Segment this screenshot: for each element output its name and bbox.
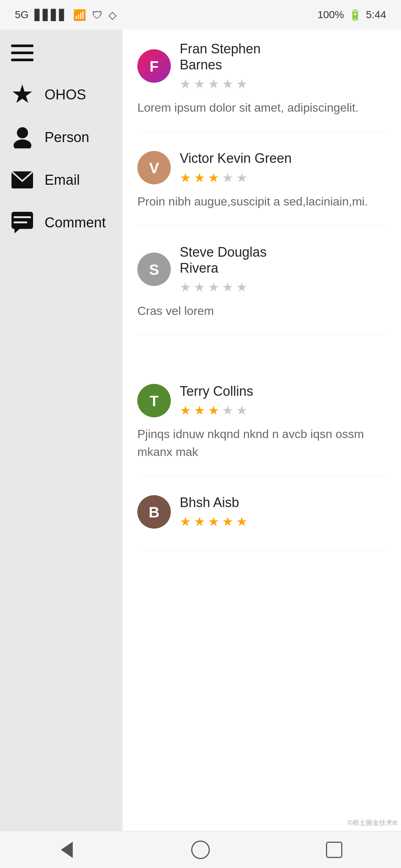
reviewer-name-1: Fran StephenBarnes bbox=[180, 41, 386, 73]
review-header-1: F Fran StephenBarnes ★ ★ ★ ★ ★ bbox=[137, 41, 386, 91]
review-header-5: B Bhsh Aisb ★ ★ ★ ★ ★ bbox=[137, 494, 386, 529]
stars-2: ★ ★ ★ ★ ★ bbox=[180, 170, 386, 185]
reviewer-info-1: Fran StephenBarnes ★ ★ ★ ★ ★ bbox=[180, 41, 386, 91]
shield-icon: 🛡 bbox=[92, 9, 102, 21]
svg-rect-5 bbox=[14, 221, 27, 223]
svg-point-0 bbox=[17, 127, 28, 138]
star-4-1: ★ bbox=[180, 403, 191, 418]
svg-text:S: S bbox=[149, 262, 159, 278]
star-1-2: ★ bbox=[194, 76, 205, 91]
main-layout: OHOS Person Email bbox=[0, 30, 401, 868]
review-card-4: T Terry Collins ★ ★ ★ ★ ★ Pjinqs idnuw n… bbox=[137, 383, 386, 476]
review-card-2: V Victor Kevin Green ★ ★ ★ ★ ★ Proin nib… bbox=[137, 150, 386, 225]
recent-icon bbox=[326, 842, 342, 858]
location-icon: ◇ bbox=[108, 9, 117, 21]
back-button[interactable] bbox=[52, 835, 82, 865]
svg-text:V: V bbox=[149, 160, 159, 176]
sidebar-label-ohos: OHOS bbox=[45, 87, 86, 103]
star-2-3: ★ bbox=[208, 170, 219, 185]
reviewer-info-4: Terry Collins ★ ★ ★ ★ ★ bbox=[180, 383, 386, 418]
sidebar-item-person[interactable]: Person bbox=[11, 126, 111, 148]
signal-icon: ▋▋▋▋ bbox=[35, 9, 67, 21]
star-4-4: ★ bbox=[222, 403, 233, 418]
watermark: ©师土握金技术ilt bbox=[348, 818, 397, 827]
star-1-1: ★ bbox=[180, 76, 191, 91]
star-2-1: ★ bbox=[180, 170, 191, 185]
star-3-1: ★ bbox=[180, 280, 191, 295]
svg-marker-6 bbox=[14, 229, 20, 233]
star-5-2: ★ bbox=[194, 514, 205, 529]
reviewer-info-5: Bhsh Aisb ★ ★ ★ ★ ★ bbox=[180, 494, 386, 529]
avatar-terry: T bbox=[137, 384, 171, 417]
avatar-bhsh: B bbox=[137, 495, 171, 529]
svg-rect-4 bbox=[14, 216, 31, 218]
star-5-3: ★ bbox=[208, 514, 219, 529]
svg-text:F: F bbox=[150, 58, 159, 75]
hamburger-menu[interactable] bbox=[11, 45, 111, 61]
email-icon bbox=[11, 169, 33, 191]
star-1-4: ★ bbox=[222, 76, 233, 91]
review-card-1: F Fran StephenBarnes ★ ★ ★ ★ ★ Lorem ips… bbox=[137, 41, 386, 132]
network-icon: 5G bbox=[15, 9, 29, 21]
battery-icon: 🔋 bbox=[349, 9, 362, 21]
avatar-victor: V bbox=[137, 151, 171, 184]
reviewer-name-5: Bhsh Aisb bbox=[180, 494, 386, 510]
avatar-steve: S bbox=[137, 253, 171, 286]
star-5-4: ★ bbox=[222, 514, 233, 529]
back-icon bbox=[61, 842, 73, 858]
recent-button[interactable] bbox=[319, 835, 349, 865]
spacer bbox=[137, 354, 386, 383]
sidebar: OHOS Person Email bbox=[0, 30, 123, 868]
review-text-3: Cras vel lorem bbox=[137, 302, 386, 320]
reviewer-name-2: Victor Kevin Green bbox=[180, 150, 386, 166]
star-3-4: ★ bbox=[222, 280, 233, 295]
bottom-nav bbox=[0, 831, 401, 868]
sidebar-label-person: Person bbox=[45, 129, 89, 145]
review-card-3: S Steve DouglasRivera ★ ★ ★ ★ ★ Cras vel… bbox=[137, 244, 386, 335]
stars-1: ★ ★ ★ ★ ★ bbox=[180, 76, 386, 91]
sidebar-item-comment[interactable]: Comment bbox=[11, 211, 111, 234]
content-area: F Fran StephenBarnes ★ ★ ★ ★ ★ Lorem ips… bbox=[123, 30, 401, 868]
stars-3: ★ ★ ★ ★ ★ bbox=[180, 280, 386, 295]
star-3-5: ★ bbox=[236, 280, 247, 295]
svg-point-1 bbox=[13, 139, 31, 148]
review-card-5: B Bhsh Aisb ★ ★ ★ ★ ★ bbox=[137, 494, 386, 552]
reviewer-info-3: Steve DouglasRivera ★ ★ ★ ★ ★ bbox=[180, 244, 386, 295]
status-left: 5G ▋▋▋▋ 📶 🛡 ◇ bbox=[15, 9, 117, 21]
star-5-5: ★ bbox=[236, 514, 247, 529]
reviewer-name-3: Steve DouglasRivera bbox=[180, 244, 386, 276]
svg-text:B: B bbox=[149, 504, 160, 520]
star-3-3: ★ bbox=[208, 280, 219, 295]
review-header-2: V Victor Kevin Green ★ ★ ★ ★ ★ bbox=[137, 150, 386, 185]
wifi-icon: 📶 bbox=[73, 9, 86, 21]
home-icon bbox=[191, 841, 210, 859]
time-display: 5:44 bbox=[366, 9, 387, 21]
stars-4: ★ ★ ★ ★ ★ bbox=[180, 403, 386, 418]
star-1-5: ★ bbox=[236, 76, 247, 91]
sidebar-item-email[interactable]: Email bbox=[11, 169, 111, 191]
svg-text:T: T bbox=[150, 393, 159, 409]
star-4-2: ★ bbox=[194, 403, 205, 418]
review-text-4: Pjinqs idnuw nkqnd nknd n avcb iqsn ossm… bbox=[137, 425, 386, 461]
review-header-4: T Terry Collins ★ ★ ★ ★ ★ bbox=[137, 383, 386, 418]
star-3-2: ★ bbox=[194, 280, 205, 295]
review-header-3: S Steve DouglasRivera ★ ★ ★ ★ ★ bbox=[137, 244, 386, 295]
reviewer-name-4: Terry Collins bbox=[180, 383, 386, 399]
review-text-1: Lorem ipsum dolor sit amet, adipiscingel… bbox=[137, 99, 386, 116]
star-5-1: ★ bbox=[180, 514, 191, 529]
reviewer-info-2: Victor Kevin Green ★ ★ ★ ★ ★ bbox=[180, 150, 386, 185]
stars-5: ★ ★ ★ ★ ★ bbox=[180, 514, 386, 529]
comment-icon bbox=[11, 211, 33, 234]
status-bar: 5G ▋▋▋▋ 📶 🛡 ◇ 100% 🔋 5:44 bbox=[0, 0, 401, 30]
svg-rect-3 bbox=[12, 212, 33, 229]
person-icon bbox=[11, 126, 33, 148]
star-2-2: ★ bbox=[194, 170, 205, 185]
sidebar-label-comment: Comment bbox=[45, 215, 106, 231]
star-2-5: ★ bbox=[236, 170, 247, 185]
sidebar-item-ohos[interactable]: OHOS bbox=[11, 83, 111, 106]
battery-percent: 100% bbox=[317, 9, 344, 21]
star-1-3: ★ bbox=[208, 76, 219, 91]
home-button[interactable] bbox=[186, 835, 215, 865]
review-text-2: Proin nibh augue,suscipit a sed,laciniai… bbox=[137, 193, 386, 210]
avatar-fran: F bbox=[137, 49, 171, 83]
